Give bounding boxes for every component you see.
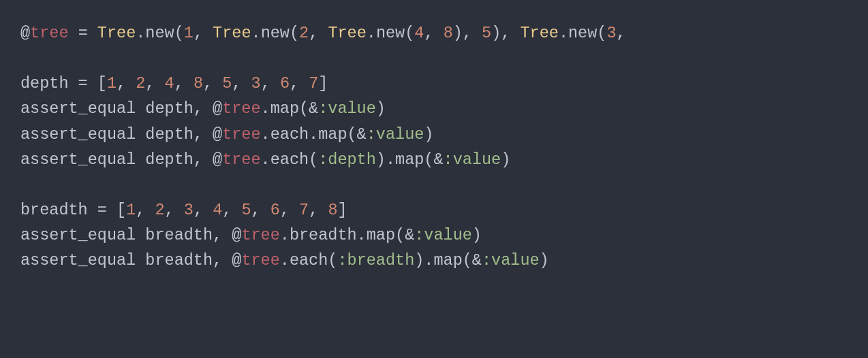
code-line: depth = [1, 2, 4, 8, 5, 3, 6, 7] xyxy=(20,74,328,93)
token-sym: :value xyxy=(318,99,376,118)
code-line: assert_equal breadth, @tree.breadth.map(… xyxy=(20,226,482,244)
token-sym: :value xyxy=(414,226,472,244)
token-text: ), xyxy=(453,24,482,42)
token-text: , xyxy=(617,24,636,42)
token-num: 5 xyxy=(222,74,232,93)
token-text: , xyxy=(261,74,280,93)
token-class: Tree xyxy=(213,24,251,42)
token-ivar: tree xyxy=(222,125,260,144)
code-block[interactable]: @tree = Tree.new(1, Tree.new(2, Tree.new… xyxy=(0,0,868,273)
token-text: ) xyxy=(424,125,433,144)
token-text: , xyxy=(280,201,299,219)
token-text: assert_equal depth, xyxy=(20,125,213,144)
token-sym: :value xyxy=(444,150,501,169)
code-line: assert_equal breadth, @tree.each(:breadt… xyxy=(20,251,549,270)
token-text: ] xyxy=(318,74,328,93)
token-text: assert_equal breadth, xyxy=(20,251,232,270)
token-num: 5 xyxy=(241,201,251,219)
token-text: , xyxy=(193,24,213,42)
token-ivar: tree xyxy=(30,24,68,42)
token-text: depth = [ xyxy=(20,74,107,93)
token-ivar: tree xyxy=(222,150,260,169)
token-num: 2 xyxy=(299,24,309,42)
token-text: ] xyxy=(338,201,347,219)
token-text: .new( xyxy=(367,24,415,42)
token-num: 4 xyxy=(414,24,424,42)
token-text: , xyxy=(193,201,213,219)
token-num: 8 xyxy=(444,24,453,42)
code-line: @tree = Tree.new(1, Tree.new(2, Tree.new… xyxy=(20,24,636,42)
token-text: , xyxy=(165,201,184,219)
token-text: ).map(& xyxy=(376,150,444,169)
token-text: , xyxy=(309,201,328,219)
token-sym: :breadth xyxy=(337,251,414,270)
token-num: 2 xyxy=(155,201,164,219)
token-text: assert_equal breadth, xyxy=(20,226,232,244)
token-text: , xyxy=(232,74,251,93)
token-text: , xyxy=(290,74,309,93)
token-sym: :depth xyxy=(318,150,376,169)
token-text: breadth = [ xyxy=(20,201,126,219)
token-num: 3 xyxy=(184,201,193,219)
code-line: assert_equal depth, @tree.each(:depth).m… xyxy=(20,150,510,169)
token-at: @ xyxy=(213,150,222,169)
token-text: , xyxy=(309,24,328,42)
token-num: 1 xyxy=(184,24,193,42)
token-ivar: tree xyxy=(222,99,260,118)
code-line xyxy=(20,49,30,67)
token-at: @ xyxy=(232,251,241,270)
token-ivar: tree xyxy=(241,226,279,244)
token-text: .each.map(& xyxy=(261,125,367,144)
token-sym: :value xyxy=(482,251,540,270)
token-at: @ xyxy=(20,24,30,42)
token-class: Tree xyxy=(520,24,558,42)
token-num: 4 xyxy=(213,201,222,219)
token-class: Tree xyxy=(328,24,366,42)
token-num: 8 xyxy=(328,201,337,219)
token-num: 6 xyxy=(270,201,280,219)
token-sym: :value xyxy=(367,125,424,144)
token-num: 1 xyxy=(126,201,136,219)
token-num: 3 xyxy=(606,24,616,42)
token-num: 5 xyxy=(482,24,491,42)
token-text: .each( xyxy=(280,251,338,270)
token-text: assert_equal depth, xyxy=(20,150,213,169)
token-num: 7 xyxy=(299,201,309,219)
token-text: , xyxy=(251,201,270,219)
token-text: .each( xyxy=(261,150,319,169)
token-text: ) xyxy=(472,226,482,244)
token-num: 2 xyxy=(136,74,145,93)
token-num: 3 xyxy=(251,74,261,93)
token-text: ), xyxy=(491,24,520,42)
token-class: Tree xyxy=(97,24,136,42)
token-num: 7 xyxy=(309,74,318,93)
token-at: @ xyxy=(213,99,222,118)
token-text: .new( xyxy=(251,24,300,42)
token-text: ).map(& xyxy=(414,251,482,270)
token-text: , xyxy=(145,74,164,93)
token-text: , xyxy=(117,74,136,93)
token-text: , xyxy=(174,74,193,93)
token-text: .map(& xyxy=(261,99,319,118)
token-text: .new( xyxy=(136,24,184,42)
token-num: 6 xyxy=(280,74,290,93)
code-line xyxy=(20,176,30,194)
token-text: , xyxy=(203,74,222,93)
token-text: .new( xyxy=(559,24,607,42)
token-at: @ xyxy=(213,125,222,144)
token-text: , xyxy=(222,201,241,219)
code-line: assert_equal depth, @tree.each.map(&:val… xyxy=(20,125,433,144)
token-num: 8 xyxy=(193,74,203,93)
token-num: 1 xyxy=(107,74,117,93)
token-text: ) xyxy=(501,150,510,169)
token-ivar: tree xyxy=(241,251,279,270)
code-line: breadth = [1, 2, 3, 4, 5, 6, 7, 8] xyxy=(20,201,347,219)
token-text: ) xyxy=(376,99,386,118)
token-text: , xyxy=(136,201,155,219)
token-text: ) xyxy=(540,251,549,270)
token-text: , xyxy=(424,24,443,42)
token-text: = xyxy=(69,24,97,42)
token-text: assert_equal depth, xyxy=(20,99,213,118)
code-line: assert_equal depth, @tree.map(&:value) xyxy=(20,99,386,118)
token-text: .breadth.map(& xyxy=(280,226,414,244)
